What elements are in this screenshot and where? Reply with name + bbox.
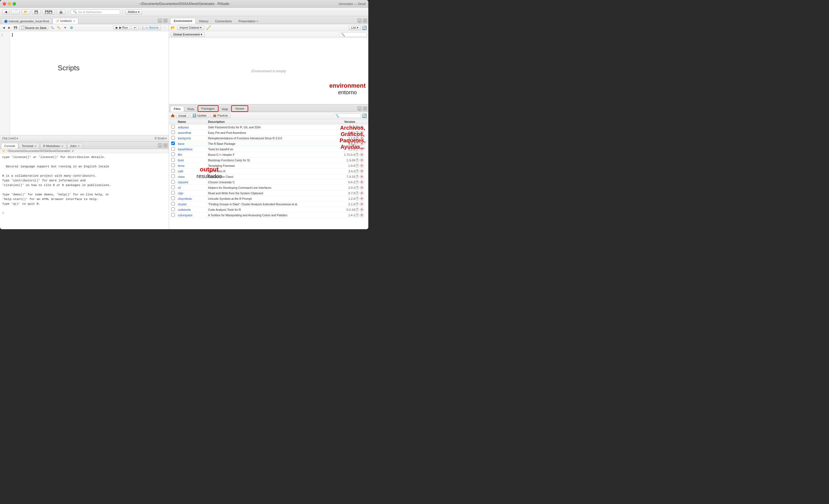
code-area[interactable] [10, 31, 169, 135]
files-tab-help[interactable]: Help [218, 106, 231, 112]
save-button[interactable]: 💾 [32, 9, 41, 14]
console-tab-terminal[interactable]: Terminal ✕ [19, 143, 40, 149]
pkg-delete-BH[interactable]: ✕ [360, 153, 364, 157]
pkg-checkbox-classInt[interactable] [171, 180, 178, 184]
pkg-name-codetools[interactable]: codetools [178, 208, 208, 211]
redo-button[interactable]: ▶ [7, 26, 11, 29]
env-tab-environment[interactable]: Environment [170, 18, 196, 24]
pkg-help-backports[interactable]: ? [355, 136, 359, 140]
pkg-help-assertthat[interactable]: ? [355, 131, 359, 135]
editor-options-button[interactable]: ⋮ [162, 26, 167, 29]
pkg-delete-callr[interactable]: ✕ [360, 169, 364, 173]
console-tab-console[interactable]: Console [1, 143, 18, 149]
pkg-delete-boot[interactable]: ✕ [360, 158, 364, 162]
presentation-tab-close[interactable]: ✕ [256, 20, 258, 23]
pkg-checkbox-cli[interactable] [171, 185, 178, 190]
pkg-delete-class[interactable]: ✕ [360, 175, 364, 179]
files-tab-files[interactable]: Files [170, 106, 184, 112]
pkg-name-clipr[interactable]: clipr [178, 191, 208, 195]
console-tab-rmarkdown[interactable]: R Markdown ✕ [40, 143, 67, 149]
pkg-name-base[interactable]: base [178, 142, 208, 145]
save-all-button[interactable]: 💾💾 [42, 9, 55, 14]
pkg-name-cluster[interactable]: cluster [178, 203, 208, 206]
misc-button[interactable]: ⚙️ [69, 26, 74, 29]
pkg-checkbox-cluster[interactable] [171, 202, 178, 206]
maximize-button[interactable] [13, 2, 16, 5]
print-button[interactable]: 🖨️ [57, 9, 65, 14]
packrat-button[interactable]: 📦 Packrat [210, 113, 230, 118]
pkg-name-base64enc[interactable]: base64enc [178, 148, 208, 151]
global-env-button[interactable]: Global Environment ▾ [171, 32, 205, 37]
pkg-help-cli[interactable]: ? [355, 186, 359, 190]
pkg-checkbox-colorspace[interactable] [171, 213, 178, 217]
pkg-name-cli[interactable]: cli [178, 186, 208, 189]
pkg-delete-colorspace[interactable]: ✕ [360, 213, 364, 217]
rmarkdown-tab-close[interactable]: ✕ [61, 145, 64, 148]
pkg-help-cluster[interactable]: ? [355, 202, 359, 206]
pkg-delete-codetools[interactable]: ✕ [360, 208, 364, 212]
save-ed-button[interactable]: 💾 [13, 26, 18, 29]
format-button[interactable]: ▼ [63, 26, 68, 29]
expand-files-button[interactable]: □ [363, 106, 367, 111]
pkg-checkbox-assertthat[interactable] [171, 131, 178, 135]
refresh-packages-button[interactable]: 🔄 [362, 113, 367, 118]
source-on-save-checkbox[interactable] [21, 26, 24, 29]
pkg-help-clisymbols[interactable]: ? [355, 197, 359, 201]
expand-console-button[interactable]: □ [163, 143, 168, 148]
collapse-editor-button[interactable]: _ [158, 19, 162, 23]
list-view-button[interactable]: List ▾ [349, 25, 361, 30]
terminal-tab-close[interactable]: ✕ [34, 145, 37, 148]
go-to-file-input[interactable]: 🔍 Go to file/function [71, 9, 120, 14]
refresh-env-button[interactable]: 🔄 [362, 26, 367, 30]
pkg-checkbox-codetools[interactable] [171, 208, 178, 212]
pkg-checkbox-clisymbols[interactable] [171, 196, 178, 201]
collapse-files-button[interactable]: _ [357, 106, 362, 111]
jobs-tab-close[interactable]: ✕ [77, 145, 80, 148]
files-tab-viewer[interactable]: Viewer [231, 105, 248, 112]
source-button[interactable]: ▷ ▷ Source [140, 25, 161, 30]
open-file-button[interactable]: 📂 [22, 9, 30, 14]
expand-env-button[interactable]: □ [363, 19, 367, 23]
pkg-help-base64enc[interactable]: ? [355, 147, 359, 151]
install-button[interactable]: Install [176, 113, 189, 118]
pkg-help-classInt[interactable]: ? [355, 180, 359, 184]
pkg-help-codetools[interactable]: ? [355, 208, 359, 212]
pkg-name-backports[interactable]: backports [178, 137, 208, 140]
script-type-label[interactable]: R Script ▾ [155, 137, 167, 140]
env-tab-connections[interactable]: Connections [212, 19, 235, 24]
env-search-input[interactable] [339, 32, 367, 37]
editor-tab-rmd[interactable]: 🔵 manual_generador_local.Rmd [1, 18, 52, 24]
clear-env-button[interactable]: 🧹 [206, 25, 211, 30]
pkg-checkbox-backports[interactable] [171, 136, 178, 140]
pkg-checkbox-callr[interactable] [171, 169, 178, 173]
pkg-help-clipr[interactable]: ? [355, 191, 359, 195]
expand-editor-button[interactable]: □ [163, 19, 168, 23]
pkg-help-colorspace[interactable]: ? [355, 213, 359, 217]
pkg-help-callr[interactable]: ? [355, 169, 359, 173]
re-run-button[interactable]: ↩ [132, 25, 139, 30]
pkg-name-brew[interactable]: brew [178, 164, 208, 167]
collapse-env-button[interactable]: _ [357, 19, 362, 23]
pkg-name-clisymbols[interactable]: clisymbols [178, 197, 208, 200]
back-button[interactable]: ◀ [2, 9, 9, 14]
pkg-help-class[interactable]: ? [355, 175, 359, 179]
pkg-name-boot[interactable]: boot [178, 158, 208, 162]
addins-button[interactable]: Addins ▾ [125, 9, 142, 14]
pkg-delete-classInt[interactable]: ✕ [360, 180, 364, 184]
new-file-button[interactable]: 📄 [11, 9, 20, 14]
env-tab-history[interactable]: History [196, 19, 212, 24]
pkg-name-BH[interactable]: BH [178, 153, 208, 156]
pkg-name-class[interactable]: class [178, 175, 208, 178]
pkg-checkbox-class[interactable] [171, 175, 178, 179]
pkg-checkbox-base64enc[interactable] [171, 147, 178, 151]
pkg-name-askpass[interactable]: askpass [178, 125, 208, 129]
pkg-name-colorspace[interactable]: colorspace [178, 214, 208, 217]
pkg-delete-base[interactable]: ✕ [360, 142, 364, 146]
pkg-name-callr[interactable]: callr [178, 170, 208, 173]
pkg-help-base[interactable]: ? [355, 142, 359, 146]
pkg-delete-assertthat[interactable]: ✕ [360, 131, 364, 135]
files-tab-plots[interactable]: Plots [184, 106, 197, 112]
pkg-checkbox-base[interactable] [171, 142, 178, 146]
files-tab-packages[interactable]: Packages [197, 105, 218, 112]
pkg-delete-cluster[interactable]: ✕ [360, 202, 364, 206]
